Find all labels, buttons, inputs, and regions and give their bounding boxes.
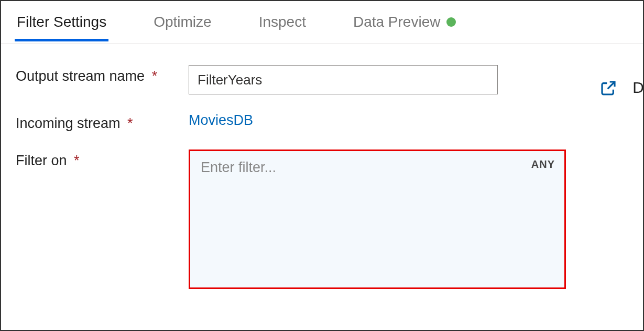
incoming-stream-label: Incoming stream * xyxy=(16,112,189,132)
settings-panel: Filter Settings Optimize Inspect Data Pr… xyxy=(0,0,644,331)
form-area: Output stream name * Incoming stream * M… xyxy=(1,44,643,328)
row-filter-on: Filter on * Enter filter... ANY xyxy=(16,150,628,289)
tab-data-preview[interactable]: Data Preview xyxy=(353,14,456,41)
output-stream-input[interactable] xyxy=(189,65,498,94)
row-output-stream: Output stream name * xyxy=(16,65,628,94)
row-incoming-stream: Incoming stream * MoviesDB xyxy=(16,112,628,132)
output-stream-label: Output stream name * xyxy=(16,65,189,84)
tab-optimize[interactable]: Optimize xyxy=(154,14,211,41)
tab-filter-settings[interactable]: Filter Settings xyxy=(17,14,106,41)
tab-label: Filter Settings xyxy=(17,14,106,30)
label-text: Output stream name xyxy=(16,68,145,84)
filter-expression-input[interactable]: Enter filter... ANY xyxy=(189,150,566,289)
required-marker: * xyxy=(74,153,80,168)
filter-on-label: Filter on * xyxy=(16,150,189,169)
tab-inspect[interactable]: Inspect xyxy=(259,14,306,41)
tab-label: Data Preview xyxy=(353,14,441,30)
filter-placeholder-text: Enter filter... xyxy=(201,159,276,175)
any-badge: ANY xyxy=(531,158,555,170)
truncated-text: D xyxy=(632,79,644,97)
label-text: Incoming stream xyxy=(16,115,121,131)
tab-bar: Filter Settings Optimize Inspect Data Pr… xyxy=(1,1,643,44)
open-external-icon[interactable] xyxy=(600,80,617,99)
required-marker: * xyxy=(152,68,158,84)
tab-label: Inspect xyxy=(259,14,306,30)
incoming-stream-link[interactable]: MoviesDB xyxy=(189,112,253,128)
status-dot-icon xyxy=(446,17,456,27)
tab-label: Optimize xyxy=(154,14,211,30)
required-marker: * xyxy=(127,115,133,131)
label-text: Filter on xyxy=(16,153,67,168)
